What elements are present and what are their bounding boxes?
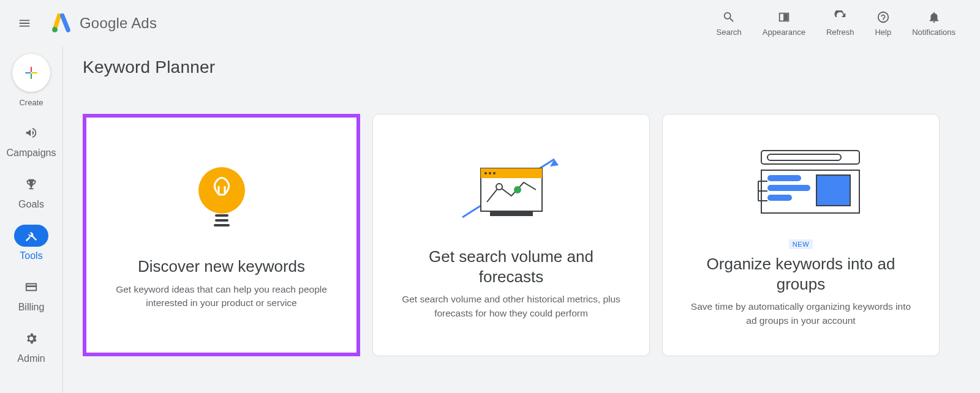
discover-title: Discover new keywords <box>138 256 305 277</box>
svg-point-0 <box>52 27 58 32</box>
search-icon <box>722 10 736 24</box>
search-label: Search <box>717 28 742 37</box>
bell-icon <box>927 10 941 24</box>
help-button[interactable]: Help <box>875 10 891 37</box>
organize-icon <box>740 143 862 222</box>
cards-row: Discover new keywords Get keyword ideas … <box>83 114 980 356</box>
billing-label: Billing <box>18 302 45 313</box>
svg-rect-23 <box>767 154 841 160</box>
new-badge: NEW <box>789 239 813 249</box>
gear-icon <box>24 332 38 345</box>
svg-rect-2 <box>31 67 32 72</box>
megaphone-icon <box>24 126 38 140</box>
svg-rect-3 <box>31 73 32 79</box>
header-actions: Search Appearance Refresh Help Notificat… <box>717 10 970 37</box>
volume-desc: Get search volume and other historical m… <box>398 293 625 320</box>
create-label: Create <box>19 98 43 107</box>
help-icon <box>876 10 890 24</box>
credit-card-icon <box>24 280 38 294</box>
chart-browser-icon <box>459 150 564 230</box>
notifications-label: Notifications <box>912 28 956 37</box>
volume-title: Get search volume and forecasts <box>398 247 625 286</box>
trophy-icon <box>24 178 38 191</box>
campaigns-label: Campaigns <box>7 148 56 159</box>
svg-rect-25 <box>767 175 801 181</box>
svg-rect-22 <box>761 151 859 164</box>
svg-point-20 <box>514 186 521 193</box>
svg-rect-27 <box>767 195 792 201</box>
refresh-label: Refresh <box>826 28 854 37</box>
svg-rect-21 <box>490 211 533 216</box>
svg-rect-9 <box>215 214 228 217</box>
appearance-button[interactable]: Appearance <box>763 10 805 37</box>
refresh-icon <box>834 10 847 24</box>
product-logo: Google Ads <box>51 13 157 33</box>
product-name-suffix: Ads <box>128 15 157 31</box>
svg-point-17 <box>489 172 491 174</box>
notifications-button[interactable]: Notifications <box>912 10 956 37</box>
svg-rect-11 <box>214 224 230 226</box>
appearance-label: Appearance <box>763 28 805 37</box>
search-button[interactable]: Search <box>717 10 742 37</box>
lightbulb-icon <box>194 160 249 239</box>
google-ads-icon <box>51 13 71 33</box>
main-menu-button[interactable] <box>10 9 39 38</box>
top-header: Google Ads Search Appearance Refresh Hel… <box>0 0 980 47</box>
organize-keywords-card[interactable]: NEW Organize keywords into ad groups Sav… <box>662 114 940 356</box>
svg-rect-5 <box>32 72 37 73</box>
goals-label: Goals <box>18 199 44 210</box>
main-content: Keyword Planner Discover new keywords <box>63 47 980 393</box>
search-volume-card[interactable]: Get search volume and forecasts Get sear… <box>372 114 650 356</box>
tools-label: Tools <box>20 250 42 261</box>
discover-keywords-card[interactable]: Discover new keywords Get keyword ideas … <box>83 114 360 356</box>
svg-rect-10 <box>215 219 228 222</box>
product-name: Google Ads <box>80 15 157 32</box>
tools-icon <box>24 229 38 242</box>
nav-item-goals[interactable]: Goals <box>14 173 48 210</box>
nav-item-billing[interactable]: Billing <box>14 276 48 313</box>
admin-label: Admin <box>17 353 45 364</box>
product-name-prefix: Google <box>80 15 128 31</box>
nav-item-campaigns[interactable]: Campaigns <box>7 122 56 159</box>
create-button[interactable] <box>12 54 50 92</box>
svg-point-16 <box>484 172 487 174</box>
organize-title: Organize keywords into ad groups <box>687 254 914 294</box>
appearance-icon <box>777 10 791 24</box>
svg-point-6 <box>198 167 245 214</box>
plus-icon <box>23 65 39 81</box>
page-title: Keyword Planner <box>83 58 980 77</box>
discover-desc: Get keyword ideas that can help you reac… <box>111 283 332 310</box>
help-label: Help <box>875 28 891 37</box>
nav-item-tools[interactable]: Tools <box>14 225 48 261</box>
svg-rect-4 <box>25 72 31 73</box>
left-nav: Create Campaigns Goals Tools Billing Adm… <box>0 47 63 393</box>
hamburger-icon <box>18 17 31 30</box>
nav-item-admin[interactable]: Admin <box>14 328 48 364</box>
refresh-button[interactable]: Refresh <box>826 10 854 37</box>
organize-desc: Save time by automatically organizing ke… <box>687 300 914 328</box>
svg-rect-26 <box>767 185 810 191</box>
svg-rect-1 <box>785 13 788 20</box>
svg-point-19 <box>496 184 502 190</box>
svg-rect-28 <box>816 175 850 206</box>
svg-point-18 <box>493 172 496 174</box>
